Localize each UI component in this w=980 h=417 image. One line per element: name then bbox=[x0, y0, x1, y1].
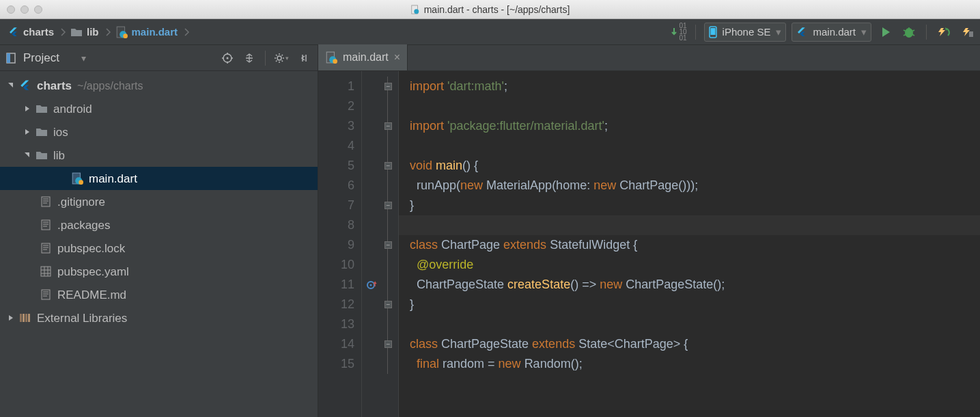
tree-label: .packages bbox=[57, 216, 111, 234]
project-sidebar: Project ▾ ▾ charts ~/apps/charts an bbox=[0, 45, 318, 417]
close-window-icon[interactable] bbox=[7, 5, 15, 14]
hot-restart-button[interactable] bbox=[958, 23, 976, 41]
svg-rect-18 bbox=[42, 220, 50, 230]
library-icon bbox=[18, 312, 33, 323]
svg-point-30 bbox=[370, 284, 372, 286]
chevron-down-icon: ▾ bbox=[776, 26, 781, 38]
svg-rect-8 bbox=[969, 31, 973, 37]
debug-button[interactable] bbox=[900, 23, 918, 41]
gear-icon[interactable]: ▾ bbox=[272, 49, 290, 67]
svg-rect-6 bbox=[710, 28, 715, 35]
project-label[interactable]: Project bbox=[23, 51, 59, 65]
chevron-down-icon[interactable]: ▾ bbox=[81, 53, 86, 64]
editor-tab[interactable]: main.dart × bbox=[318, 44, 408, 70]
flutter-icon bbox=[18, 79, 33, 92]
chevron-right-icon bbox=[106, 23, 111, 42]
traffic-lights bbox=[7, 5, 42, 14]
hot-reload-button[interactable] bbox=[935, 23, 953, 41]
svg-point-28 bbox=[333, 59, 337, 64]
breadcrumb-item[interactable]: charts bbox=[4, 23, 61, 42]
project-view-icon[interactable] bbox=[5, 52, 18, 64]
download-icon[interactable]: 011001 bbox=[671, 23, 686, 41]
flutter-icon bbox=[796, 27, 807, 38]
text-file-icon bbox=[38, 219, 53, 230]
collapse-all-button[interactable] bbox=[240, 49, 258, 67]
flutter-icon bbox=[8, 27, 19, 38]
tree-file-selected[interactable]: main.dart bbox=[0, 167, 318, 190]
window-title: main.dart - charts - [~/apps/charts] bbox=[424, 4, 570, 15]
svg-point-12 bbox=[227, 57, 229, 59]
tree-external-libraries[interactable]: External Libraries bbox=[0, 306, 318, 329]
minimize-window-icon[interactable] bbox=[20, 5, 29, 14]
svg-point-16 bbox=[79, 180, 83, 185]
tree-file[interactable]: pubspec.lock bbox=[0, 237, 318, 260]
tree-label: README.md bbox=[57, 286, 126, 304]
close-icon[interactable]: × bbox=[394, 51, 400, 64]
collapse-arrow-icon[interactable] bbox=[20, 105, 34, 112]
run-button[interactable] bbox=[877, 23, 895, 41]
separator bbox=[695, 25, 696, 40]
text-file-icon bbox=[38, 196, 53, 207]
tree-label: charts bbox=[37, 77, 72, 95]
dart-file-icon bbox=[325, 51, 337, 64]
code-editor[interactable]: 123456789101112131415 −−−−−−− import 'da… bbox=[318, 71, 980, 417]
svg-rect-22 bbox=[20, 314, 22, 322]
separator bbox=[265, 51, 266, 66]
chevron-right-icon bbox=[61, 23, 66, 42]
svg-rect-21 bbox=[42, 290, 50, 299]
phone-icon bbox=[709, 26, 717, 38]
svg-point-4 bbox=[123, 33, 128, 38]
collapse-arrow-icon[interactable] bbox=[20, 129, 34, 135]
tree-file[interactable]: .gitignore bbox=[0, 190, 318, 213]
project-tree[interactable]: charts ~/apps/charts android ios lib bbox=[0, 71, 318, 329]
tree-label: lib bbox=[53, 146, 65, 165]
editor-tabs: main.dart × bbox=[318, 45, 980, 71]
breadcrumb-label: main.dart bbox=[132, 26, 178, 38]
folder-icon bbox=[34, 104, 49, 113]
project-tool-header: Project ▾ ▾ bbox=[0, 45, 318, 71]
gutter-icon-column bbox=[362, 71, 382, 417]
chevron-down-icon: ▾ bbox=[861, 26, 867, 38]
runconfig-selector[interactable]: main.dart ▾ bbox=[792, 23, 871, 42]
text-file-icon bbox=[38, 289, 53, 300]
breadcrumb: charts lib main.dart bbox=[4, 23, 190, 42]
tree-file[interactable]: pubspec.yaml bbox=[0, 260, 318, 283]
svg-point-13 bbox=[277, 56, 281, 60]
folder-icon bbox=[70, 27, 83, 37]
runconfig-label: main.dart bbox=[813, 26, 856, 38]
folder-icon bbox=[34, 150, 49, 160]
svg-rect-25 bbox=[28, 314, 30, 322]
tree-label: main.dart bbox=[89, 170, 137, 188]
code-content[interactable]: import 'dart:math'; import 'package:flut… bbox=[399, 71, 980, 417]
breadcrumb-item[interactable]: lib bbox=[66, 23, 106, 42]
tree-folder[interactable]: lib bbox=[0, 144, 318, 167]
svg-rect-0 bbox=[411, 5, 417, 13]
tree-root[interactable]: charts ~/apps/charts bbox=[0, 74, 318, 97]
fold-column[interactable]: −−−−−−− bbox=[382, 71, 399, 417]
tree-label: pubspec.lock bbox=[57, 239, 125, 258]
device-selector[interactable]: iPhone SE ▾ bbox=[704, 23, 787, 42]
dart-file-icon bbox=[70, 172, 85, 185]
tab-label: main.dart bbox=[343, 51, 389, 64]
svg-rect-20 bbox=[41, 267, 51, 276]
navigation-bar: charts lib main.dart 011001 iPhone SE ▾ bbox=[0, 19, 980, 45]
tree-folder[interactable]: ios bbox=[0, 120, 318, 144]
zoom-window-icon[interactable] bbox=[34, 5, 42, 14]
svg-rect-10 bbox=[7, 53, 10, 63]
tree-label: pubspec.yaml bbox=[57, 263, 129, 281]
tree-file[interactable]: .packages bbox=[0, 213, 318, 237]
svg-rect-17 bbox=[42, 197, 50, 206]
folder-icon bbox=[34, 127, 49, 137]
hide-button[interactable] bbox=[294, 49, 312, 67]
tree-file[interactable]: README.md bbox=[0, 283, 318, 306]
tree-folder[interactable]: android bbox=[0, 97, 318, 120]
collapse-arrow-icon[interactable] bbox=[4, 314, 18, 321]
locate-button[interactable] bbox=[219, 49, 236, 67]
expand-arrow-icon[interactable] bbox=[20, 152, 34, 159]
breadcrumb-item[interactable]: main.dart bbox=[111, 23, 185, 42]
expand-arrow-icon[interactable] bbox=[4, 82, 18, 89]
text-file-icon bbox=[38, 243, 53, 254]
line-number-gutter: 123456789101112131415 bbox=[318, 71, 362, 417]
svg-point-1 bbox=[414, 9, 419, 14]
tree-label: .gitignore bbox=[57, 193, 105, 211]
